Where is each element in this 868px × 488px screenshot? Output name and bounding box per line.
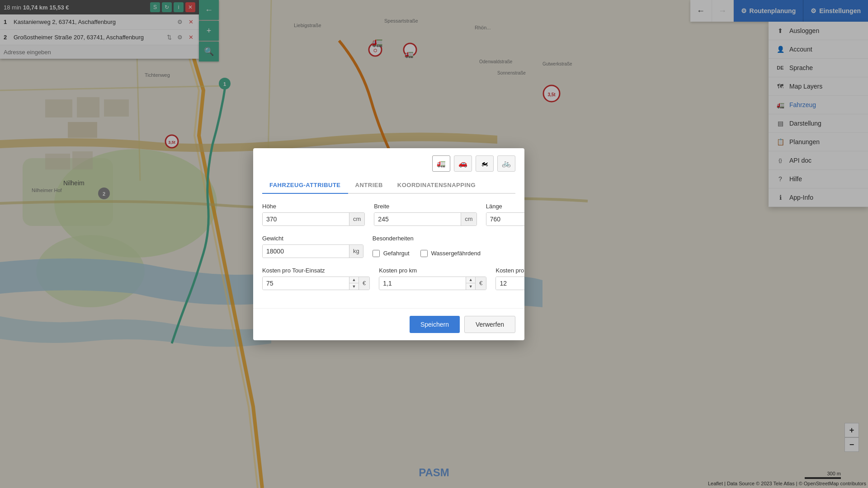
modal-header: 🚛 🚗 🏍 🚲: [253, 148, 524, 172]
besonderheiten-group: Besonderheiten Gefahrgut Wassergefährden…: [373, 235, 515, 258]
wasserge-group: Wassergefährdend: [420, 250, 481, 257]
kosten-stunde-input[interactable]: [496, 277, 524, 290]
kosten-tour-input-wrapper: ▲ ▼ €: [262, 277, 370, 290]
kosten-tour-spinners: ▲ ▼: [349, 277, 359, 290]
kosten-tour-up[interactable]: ▲: [349, 277, 359, 284]
hoehe-unit: cm: [349, 213, 364, 225]
vehicle-type-car[interactable]: 🚗: [454, 155, 472, 172]
kosten-stunde-label: Kosten pro Stunde: [495, 267, 524, 274]
gewicht-input[interactable]: [263, 245, 349, 258]
kosten-km-label: Kosten pro km: [379, 267, 486, 274]
kosten-tour-group: Kosten pro Tour-Einsatz ▲ ▼ €: [262, 267, 370, 290]
gewicht-input-wrapper: kg: [262, 244, 363, 258]
gewicht-unit: kg: [349, 245, 363, 258]
kosten-stunde-input-wrapper: ▲ ▼ €: [495, 277, 524, 290]
besonderheiten-label: Besonderheiten: [373, 235, 515, 242]
laenge-group: Länge cm: [486, 203, 524, 226]
kosten-km-input[interactable]: [379, 277, 466, 290]
besonderheiten-checkboxes: Gefahrgut Wassergefährdend: [373, 246, 515, 257]
hoehe-group: Höhe cm: [262, 203, 365, 226]
vehicle-type-truck[interactable]: 🚛: [432, 155, 450, 172]
gefahrgut-group: Gefahrgut: [373, 250, 410, 257]
kosten-km-unit: €: [475, 277, 486, 290]
kosten-km-input-wrapper: ▲ ▼ €: [379, 277, 486, 290]
gefahrgut-label: Gefahrgut: [383, 250, 410, 257]
laenge-input-wrapper: cm: [486, 212, 524, 226]
tab-antrieb[interactable]: ANTRIEB: [348, 177, 390, 193]
hoehe-input-wrapper: cm: [262, 212, 365, 226]
breite-input-wrapper: cm: [374, 212, 476, 226]
save-button[interactable]: Speichern: [410, 316, 460, 333]
tab-fahrzeug-attribute[interactable]: FAHRZEUG-ATTRIBUTE: [262, 177, 348, 194]
hoehe-input[interactable]: [263, 213, 349, 225]
breite-label: Breite: [374, 203, 476, 210]
tab-koordinatensnapping[interactable]: KOORDINATENSNAPPING: [390, 177, 483, 193]
vehicle-settings-modal: 🚛 🚗 🏍 🚲 FAHRZEUG-ATTRIBUTE ANTRIEB KOORD…: [253, 148, 524, 340]
kosten-km-up[interactable]: ▲: [466, 277, 475, 284]
wassergefaehrdend-checkbox[interactable]: [420, 250, 428, 257]
breite-unit: cm: [461, 213, 476, 225]
kosten-tour-down[interactable]: ▼: [349, 283, 359, 290]
modal-overlay: 🚛 🚗 🏍 🚲 FAHRZEUG-ATTRIBUTE ANTRIEB KOORD…: [0, 0, 868, 488]
dimensions-row: Höhe cm Breite cm Länge: [262, 203, 515, 226]
modal-content: Höhe cm Breite cm Länge: [253, 194, 524, 308]
vehicle-type-bicycle[interactable]: 🚲: [497, 155, 515, 172]
gefahrgut-checkbox[interactable]: [373, 250, 380, 257]
weight-special-row: Gewicht kg Besonderheiten Gefahrgut: [262, 235, 515, 258]
vehicle-type-motorcycle[interactable]: 🏍: [476, 155, 494, 172]
kosten-tour-unit: €: [359, 277, 369, 290]
breite-input[interactable]: [374, 213, 461, 225]
breite-group: Breite cm: [374, 203, 476, 226]
discard-button[interactable]: Verwerfen: [464, 316, 515, 333]
laenge-input[interactable]: [486, 213, 524, 225]
kosten-tour-label: Kosten pro Tour-Einsatz: [262, 267, 370, 274]
wasserge-label: Wassergefährdend: [431, 250, 481, 257]
modal-tabs: FAHRZEUG-ATTRIBUTE ANTRIEB KOORDINATENSN…: [262, 177, 515, 194]
kosten-stunde-group: Kosten pro Stunde ▲ ▼ €: [495, 267, 524, 290]
kosten-tour-input[interactable]: [263, 277, 349, 290]
kosten-km-spinners: ▲ ▼: [466, 277, 475, 290]
gewicht-label: Gewicht: [262, 235, 363, 242]
kosten-km-down[interactable]: ▼: [466, 283, 475, 290]
costs-row: Kosten pro Tour-Einsatz ▲ ▼ € Kosten pro…: [262, 267, 515, 290]
laenge-label: Länge: [486, 203, 524, 210]
gewicht-group: Gewicht kg: [262, 235, 363, 258]
modal-footer: Speichern Verwerfen: [253, 308, 524, 340]
kosten-km-group: Kosten pro km ▲ ▼ €: [379, 267, 486, 290]
hoehe-label: Höhe: [262, 203, 365, 210]
